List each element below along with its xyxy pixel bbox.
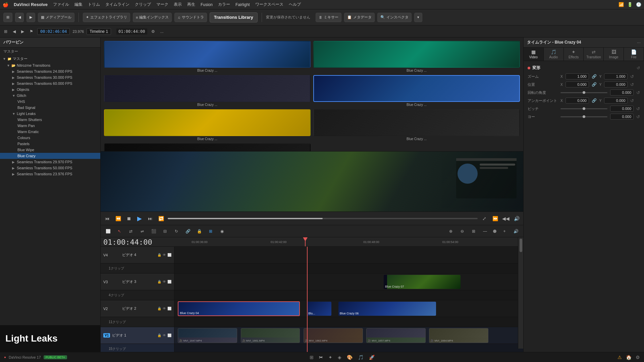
track-solo-v1[interactable]: ⬜ bbox=[167, 334, 171, 337]
media-icon[interactable]: ⊞ bbox=[310, 355, 314, 360]
clip-v1-mvi1657[interactable]: 🎥 MVI_1657.MP4 bbox=[366, 328, 426, 343]
thumbnail-item-1[interactable]: Blue Crazy ... bbox=[104, 41, 311, 72]
tab-video[interactable]: ▦ Video bbox=[524, 48, 544, 61]
media-pool-button[interactable]: ▦ メディアプール bbox=[38, 13, 74, 22]
menu-workspace[interactable]: ワークスペース bbox=[255, 2, 283, 7]
metadata-button[interactable]: 📋 メタデータ bbox=[344, 13, 375, 22]
tab-transition[interactable]: ⇄ Transition bbox=[584, 48, 604, 61]
color-icon[interactable]: 🎨 bbox=[347, 355, 353, 360]
thumbnail-item-7[interactable]: Blue Crazy ... bbox=[104, 143, 311, 152]
track-solo-v3[interactable]: ⬜ bbox=[167, 280, 171, 284]
nav-back-button[interactable]: ◀ bbox=[11, 28, 17, 35]
deliver-icon[interactable]: 🚀 bbox=[369, 355, 375, 360]
settings-gear-icon[interactable]: ⚙ bbox=[636, 355, 640, 360]
track-clips-area[interactable]: Blue Crazy 07 Blue Crazy 04 bbox=[174, 247, 523, 352]
step-forward-button[interactable]: ⏩ bbox=[491, 215, 499, 223]
clip-v1-mvi1662[interactable]: 🎥 MVI_1662.MP4 bbox=[304, 328, 363, 343]
pos-reset-button[interactable]: ↺ bbox=[630, 82, 634, 87]
tab-audio[interactable]: 🎵 Audio bbox=[544, 48, 564, 61]
menu-fusion[interactable]: Fusion bbox=[201, 2, 213, 7]
step-back-button[interactable]: ⏪ bbox=[114, 215, 122, 223]
clip-v2-blue-crazy-06[interactable]: Blue Crazy 06 bbox=[338, 302, 436, 316]
position-y-input[interactable] bbox=[604, 81, 628, 87]
rotation-slider[interactable] bbox=[560, 92, 607, 93]
pitch-reset-button[interactable]: ↺ bbox=[636, 106, 640, 111]
scrollbar-thumb[interactable] bbox=[520, 239, 522, 252]
lock-button[interactable]: 🔒 bbox=[195, 227, 204, 236]
right-panel-more-button[interactable]: ··· bbox=[637, 40, 641, 45]
nav-forward-button[interactable]: ▶ bbox=[20, 28, 25, 35]
volume-button[interactable]: 🔊 bbox=[513, 215, 521, 223]
options-button[interactable]: — bbox=[480, 227, 490, 236]
mixer-button[interactable]: 🎚 ミキサー bbox=[316, 13, 341, 22]
go-end-button[interactable]: ⏭ bbox=[146, 215, 154, 223]
ripple-button[interactable]: ◉ bbox=[217, 227, 227, 236]
fullscreen-button[interactable]: ⤢ bbox=[480, 215, 488, 223]
track-lock-v3[interactable]: 🔒 bbox=[157, 280, 161, 284]
track-eye-v1[interactable]: 👁 bbox=[163, 334, 166, 337]
tree-item-seamless-30[interactable]: ▶ Seamless Transitions 30.000 FPS bbox=[0, 74, 100, 80]
select-tool-button[interactable]: ↖ bbox=[115, 227, 124, 236]
tab-effects[interactable]: ✦ Effects bbox=[564, 48, 584, 61]
prev-clip-button[interactable]: ◀◀ bbox=[502, 215, 510, 223]
settings-button[interactable]: ⚙ bbox=[150, 28, 156, 35]
pitch-input[interactable] bbox=[610, 106, 634, 112]
clip-v1-mvi1661[interactable]: 🎥 MVI_1661.MP4 bbox=[241, 328, 300, 343]
layout-toggle-button[interactable]: ⊞ bbox=[3, 28, 9, 35]
tree-item-seamless-29[interactable]: ▶ Seamless Transitions 29.970 FPS bbox=[0, 159, 100, 165]
thumbnail-item-3[interactable]: Blue Crazy ... bbox=[104, 75, 311, 107]
track-eye-v4[interactable]: 👁 bbox=[163, 253, 166, 257]
menu-timeline[interactable]: タイムライン bbox=[105, 2, 129, 7]
home-icon[interactable]: 🏠 bbox=[626, 355, 632, 360]
tree-item-objects[interactable]: ▶ Objects bbox=[0, 86, 100, 93]
clip-v1-mvi1647[interactable]: 🎥 MVI_1647.MP4 bbox=[178, 328, 237, 343]
menu-view[interactable]: 表示 bbox=[174, 2, 182, 7]
tree-item-blue-wipe[interactable]: Blue Wipe bbox=[0, 147, 100, 153]
zoom-reset-button[interactable]: ↺ bbox=[630, 74, 634, 79]
menu-trim[interactable]: トリム bbox=[88, 2, 100, 7]
track-solo-v2[interactable]: ⬜ bbox=[167, 307, 171, 310]
track-lock-v4[interactable]: 🔒 bbox=[157, 253, 161, 257]
rotation-reset-button[interactable]: ↺ bbox=[636, 90, 640, 95]
anchor-y-input[interactable] bbox=[604, 98, 628, 104]
dynamic-trim-button[interactable]: ⇌ bbox=[138, 227, 147, 236]
effects-icon[interactable]: ✦ bbox=[328, 355, 332, 360]
menu-fairlight[interactable]: Fairlight bbox=[235, 2, 250, 7]
sidebar-toggle-button[interactable]: ⊞ bbox=[3, 13, 12, 22]
go-start-button[interactable]: ⏮ bbox=[103, 215, 111, 223]
menu-play[interactable]: 再生 bbox=[187, 2, 195, 7]
loop-button[interactable]: 🔁 bbox=[157, 215, 165, 223]
tree-item-vhs[interactable]: VHS bbox=[0, 99, 100, 105]
tree-item-seamless-50[interactable]: ▶ Seamless Transitions 50.000 FPS bbox=[0, 165, 100, 171]
tree-item-warm-erratic[interactable]: Warm Erratic bbox=[0, 129, 100, 135]
track-solo-v4[interactable]: ⬜ bbox=[167, 253, 171, 257]
yaw-input[interactable] bbox=[610, 114, 634, 120]
tab-file[interactable]: 📄 File bbox=[624, 48, 644, 61]
edit-index-button[interactable]: ≡ 編集インデックス bbox=[133, 13, 172, 22]
anchor-x-input[interactable] bbox=[566, 98, 589, 104]
soundtrack-button[interactable]: ♫ サウンドトラ bbox=[174, 13, 207, 22]
zoom-in-button[interactable]: ⊕ bbox=[446, 227, 455, 236]
tree-item-master[interactable]: ▼ 📁 マスター bbox=[0, 55, 100, 62]
track-lock-v2[interactable]: 🔒 bbox=[157, 307, 161, 310]
track-eye-v3[interactable]: 👁 bbox=[163, 280, 166, 284]
tree-item-light-leaks[interactable]: ▼ Light Leaks bbox=[0, 111, 100, 117]
clip-v2-blue-crazy-04[interactable]: Blue Crazy 04 bbox=[178, 301, 300, 316]
clip-v2-blu[interactable]: Blu... bbox=[307, 302, 331, 316]
link-pos-icon[interactable]: 🔗 bbox=[592, 82, 597, 87]
tree-item-colours[interactable]: Colours bbox=[0, 135, 100, 141]
link-anchor-icon[interactable]: 🔗 bbox=[592, 98, 597, 103]
tree-item-seamless-24[interactable]: ▶ Seamless Transitions 24.000 FPS bbox=[0, 68, 100, 74]
menu-help[interactable]: ヘルプ bbox=[289, 2, 301, 7]
snap-button[interactable]: ⊞ bbox=[206, 227, 215, 236]
fit-button[interactable]: ⊞ bbox=[469, 227, 478, 236]
add-button[interactable]: + bbox=[500, 227, 509, 236]
thumbnail-item-4[interactable]: Blue Crazy ... bbox=[313, 75, 520, 107]
menu-edit[interactable]: 編集 bbox=[74, 2, 83, 7]
toolbar-more-button[interactable]: ▾ bbox=[414, 13, 422, 22]
tree-item-seamless-23[interactable]: ▶ Seamless Transitions 23.976 FPS bbox=[0, 171, 100, 177]
stop-button[interactable]: ⏹ bbox=[125, 215, 133, 223]
tree-item-seamless-60[interactable]: ▶ Seamless Transitions 60.000 FPS bbox=[0, 80, 100, 86]
tree-item-warm-pan[interactable]: Warm Pan bbox=[0, 123, 100, 129]
effects-library-button[interactable]: ✦ エフェクトライブラリ bbox=[83, 13, 130, 22]
